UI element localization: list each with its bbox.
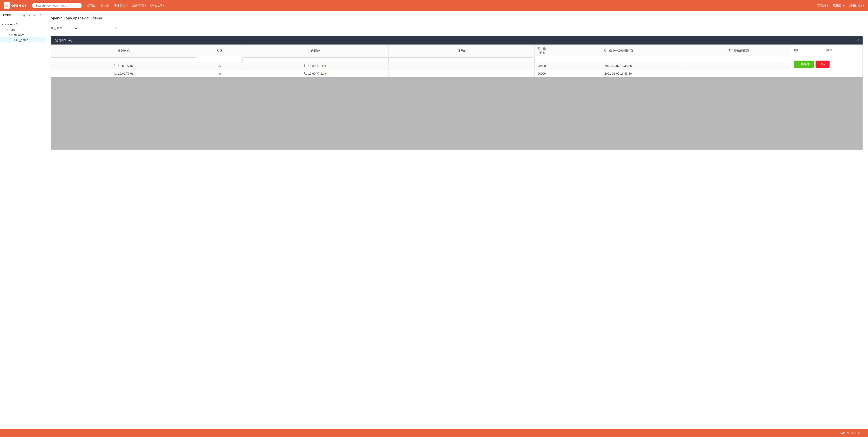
bottom-area <box>51 77 863 149</box>
table-right-actions: 开始操作 清除 <box>794 61 859 68</box>
clear-button[interactable]: 清除 <box>815 61 830 68</box>
filter-external-ip-input[interactable] <box>389 57 535 62</box>
table-right-header: 地址 操作 <box>794 48 859 54</box>
header-right: 管理员 ▾ 连接器 ▾ OPEN-C3 ▾ <box>817 3 864 7</box>
col-external-ip: 外网ip <box>389 44 535 57</box>
expand-icon[interactable]: ▾ <box>9 33 10 36</box>
layout: TREE ⊕ + − ↺ ▾ ⊳ open-c3 ▾ ⊳ ops <box>0 11 868 437</box>
nav-exec-history[interactable]: 执行历史 ▾ <box>150 3 164 7</box>
tree-node-label: open-c3 <box>7 23 18 26</box>
cell-machine-name: 10.60.77.61 <box>51 70 197 77</box>
cell-machine-name: 10.60.77.62 <box>51 62 197 70</box>
table-header-row: 机器名称 类型 内网IP 外网ip 客户端版本 客户端上一次检测时间 客户端错误… <box>51 44 790 57</box>
pin-button[interactable]: ⊕ <box>22 13 27 18</box>
lines-icon: ≡ <box>13 38 15 41</box>
chevron-down-icon: ▾ <box>145 4 146 7</box>
main-content: open-c3.ops.opsdev.c3_demo 执行账户 root 选择操… <box>45 11 868 437</box>
remove-node-button[interactable]: − <box>33 13 36 18</box>
sidebar-actions: ⊕ + − ↺ <box>22 13 42 18</box>
chevron-down-icon: ▾ <box>163 4 164 7</box>
header-nav: 仪表盘 流水线 快速执行 ▾ 业务管理 ▾ 执行历史 ▾ <box>87 3 812 7</box>
sidebar-title: TREE <box>3 13 11 17</box>
cell-version: 20000 <box>535 62 549 70</box>
cell-detection: 2021-02-02 16:45:30 <box>549 62 687 70</box>
col-machine-name: 机器名称 <box>51 44 197 57</box>
form-row-account: 执行账户 root <box>51 25 863 31</box>
cell-version: 20000 <box>535 70 549 77</box>
account-label: 执行账户 <box>51 26 66 30</box>
tree-node-c3-demo[interactable]: ≡ c3_demo <box>0 37 45 42</box>
cell-external-ip <box>389 70 535 77</box>
chevron-down-icon: ▾ <box>126 4 128 7</box>
search-input[interactable] <box>32 3 82 8</box>
logo-text: OPEN-C3 <box>11 4 27 7</box>
logo[interactable]: C3 OPEN-C3 <box>4 2 27 9</box>
nav-pipeline[interactable]: 流水线 <box>100 3 109 7</box>
tree-container: ▾ ⊳ open-c3 ▾ ⊳ ops ▾ ⊳ opsdev ≡ c3_demo <box>0 20 45 44</box>
tree-node-open-c3[interactable]: ▾ ⊳ open-c3 <box>0 22 45 27</box>
chevron-down-icon: ▾ <box>863 4 864 7</box>
page-title: open-c3.ops.opsdev.c3_demo <box>51 16 863 20</box>
footer: OPEN-C3 © 2021 <box>0 429 868 437</box>
status-dot <box>324 73 327 74</box>
table-body: 10.60.77.62idc 10.60.77.62200002021-02-0… <box>51 62 790 77</box>
footer-text: OPEN-C3 © 2021 <box>841 431 863 435</box>
col-address: 地址 <box>794 48 827 52</box>
tree-node-ops[interactable]: ▾ ⊳ ops <box>0 27 45 32</box>
filter-version <box>535 57 549 63</box>
folder-icon: ⊳ <box>7 28 10 31</box>
filter-internal-ip <box>243 57 389 63</box>
start-operation-button[interactable]: 开始操作 <box>794 61 814 68</box>
col-type: 类型 <box>197 44 243 57</box>
open-c3-menu[interactable]: OPEN-C3 ▾ <box>849 4 864 7</box>
connector-menu[interactable]: 连接器 ▾ <box>833 3 844 7</box>
logo-icon: C3 <box>4 2 10 9</box>
cell-type: idc <box>197 70 243 77</box>
nav-dashboard[interactable]: 仪表盘 <box>87 3 96 7</box>
section-title: 选择操作节点 <box>54 38 72 42</box>
tree-node-label: opsdev <box>14 33 24 36</box>
nav-quick-execute[interactable]: 快速执行 ▾ <box>114 3 128 7</box>
sidebar-header: TREE ⊕ + − ↺ <box>0 11 45 20</box>
folder-icon: ⊳ <box>11 33 13 36</box>
col-internal-ip: 内网IP <box>243 44 389 57</box>
filter-machine-name-input[interactable] <box>51 57 197 62</box>
filter-external-ip <box>389 57 535 63</box>
col-client-version: 客户端版本 <box>535 44 549 57</box>
chevron-down-icon: ▾ <box>827 4 829 7</box>
admin-menu[interactable]: 管理员 ▾ <box>817 3 829 7</box>
section-header: 选择操作节点 ↺ <box>51 36 863 44</box>
expand-icon[interactable]: ▾ <box>5 28 7 31</box>
tree-node-label: ops <box>11 28 16 31</box>
filter-machine-name <box>51 57 197 63</box>
tree-node-opsdev[interactable]: ▾ ⊳ opsdev <box>0 32 45 37</box>
col-operation: 操作 <box>827 48 859 52</box>
add-node-button[interactable]: + <box>28 13 31 18</box>
ip-checkbox[interactable] <box>304 64 307 67</box>
cell-internal-ip: 10.60.77.61 <box>243 70 389 77</box>
table-row: 10.60.77.61idc 10.60.77.61200002021-02-0… <box>51 70 790 77</box>
table-right: 地址 操作 开始操作 清除 <box>790 44 862 77</box>
chevron-down-icon: ▾ <box>843 4 844 7</box>
ip-checkbox[interactable] <box>304 72 307 74</box>
filter-internal-ip-input[interactable] <box>243 57 389 62</box>
folder-icon: ⊳ <box>4 23 6 26</box>
machine-checkbox[interactable] <box>114 64 117 67</box>
refresh-tree-button[interactable]: ↺ <box>38 13 42 18</box>
cell-external-ip <box>389 62 535 70</box>
tree-node-label: c3_demo <box>16 38 28 41</box>
header: C3 OPEN-C3 仪表盘 流水线 快速执行 ▾ 业务管理 ▾ 执行历史 ▾ … <box>0 0 868 11</box>
nav-business-mgmt[interactable]: 业务管理 ▾ <box>132 3 146 7</box>
col-last-detection: 客户端上一次检测时间 <box>549 44 687 57</box>
table-section: 选择操作节点 ↺ 机器名称 类型 内网IP 外网ip 客户端版本 客 <box>51 36 863 77</box>
cell-error <box>687 70 790 77</box>
filter-error <box>687 57 790 63</box>
table-wrapper: 机器名称 类型 内网IP 外网ip 客户端版本 客户端上一次检测时间 客户端错误… <box>51 44 863 77</box>
account-select[interactable]: root <box>70 25 120 31</box>
machine-checkbox[interactable] <box>114 72 117 74</box>
expand-icon[interactable]: ▾ <box>2 23 3 26</box>
cell-detection: 2021-02-02 16:45:30 <box>549 70 687 77</box>
refresh-icon[interactable]: ↺ <box>856 38 859 42</box>
table-row: 10.60.77.62idc 10.60.77.62200002021-02-0… <box>51 62 790 70</box>
cell-type: idc <box>197 62 243 70</box>
